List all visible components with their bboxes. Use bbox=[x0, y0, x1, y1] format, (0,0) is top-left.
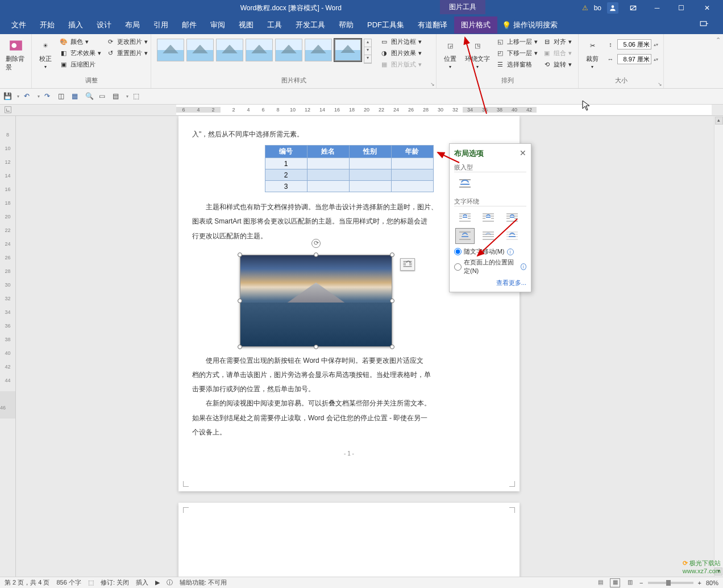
table-header[interactable]: 编号 bbox=[265, 146, 307, 158]
width-input[interactable] bbox=[617, 54, 651, 64]
rotate-handle[interactable]: ⟳ bbox=[311, 239, 321, 248]
document-table[interactable]: 编号姓名性别年龄 1 2 3 bbox=[265, 145, 434, 192]
radio-input[interactable] bbox=[454, 248, 462, 255]
table-cell[interactable]: 1 bbox=[265, 158, 307, 169]
redo-icon[interactable]: ↷ bbox=[44, 92, 53, 101]
table-cell[interactable] bbox=[349, 169, 391, 181]
group-button[interactable]: ▣组合 ▾ bbox=[541, 48, 573, 58]
tab-design[interactable]: 设计 bbox=[90, 16, 118, 34]
wrap-inline-option[interactable] bbox=[455, 176, 475, 192]
corrections-button[interactable]: ☀ 校正 ▾ bbox=[35, 36, 56, 71]
bring-forward-button[interactable]: ◱上移一层 ▾ bbox=[495, 36, 539, 47]
tab-tools[interactable]: 工具 bbox=[260, 16, 289, 34]
word-count[interactable]: 856 个字 bbox=[56, 578, 81, 587]
selected-image[interactable]: ⟳ bbox=[240, 255, 392, 347]
table-cell[interactable] bbox=[349, 181, 391, 192]
maximize-button[interactable]: ☐ bbox=[672, 0, 690, 16]
change-picture-button[interactable]: ⟳更改图片 ▾ bbox=[105, 36, 149, 47]
insert-mode[interactable]: 插入 bbox=[136, 578, 148, 587]
wrap-tight-option[interactable] bbox=[479, 210, 498, 226]
wrap-text-button[interactable]: ◳环绕文字▾ bbox=[463, 36, 492, 71]
height-field[interactable]: ↕▴▾ bbox=[605, 39, 659, 50]
dialog-launcher-icon[interactable]: ↘ bbox=[430, 81, 435, 87]
resize-handle[interactable] bbox=[238, 345, 242, 349]
accessibility-status[interactable]: 辅助功能: 不可用 bbox=[180, 578, 227, 587]
wrap-through-option[interactable] bbox=[502, 210, 522, 226]
fix-on-page-radio[interactable]: 在页面上的位置固定(N) i bbox=[454, 258, 526, 275]
tab-selector[interactable]: ∟ bbox=[5, 106, 11, 113]
reset-picture-button[interactable]: ↺重置图片 ▾ bbox=[105, 48, 149, 58]
save-icon[interactable]: 💾 bbox=[3, 92, 13, 101]
table-cell[interactable]: 3 bbox=[265, 181, 307, 192]
body-text[interactable]: 如果在达到结尾处之前需要停止读取，Word 会记住您的停止位置 - 即使在另一 bbox=[192, 411, 506, 425]
resize-handle[interactable] bbox=[390, 252, 394, 257]
picture-border-button[interactable]: ▭图片边框 ▾ bbox=[379, 36, 423, 47]
crop-button[interactable]: ✂裁剪▾ bbox=[582, 36, 602, 71]
view-print-layout-icon[interactable]: ▦ bbox=[610, 578, 620, 587]
table-cell[interactable]: 2 bbox=[265, 169, 307, 181]
table-cell[interactable] bbox=[307, 181, 349, 192]
artistic-effects-button[interactable]: ◧艺术效果 ▾ bbox=[58, 48, 102, 58]
picture-style-thumb[interactable] bbox=[305, 39, 332, 61]
table-cell[interactable] bbox=[391, 181, 433, 192]
body-text[interactable]: 入"，然后从不同库中选择所需元素。 bbox=[192, 127, 506, 142]
zoom-slider[interactable] bbox=[648, 582, 693, 584]
table-header[interactable]: 年龄 bbox=[391, 146, 433, 158]
layout-options-button[interactable] bbox=[400, 258, 415, 271]
resize-handle[interactable] bbox=[390, 345, 394, 349]
tab-youdao[interactable]: 有道翻译 bbox=[411, 16, 454, 34]
zoom-level[interactable]: 80% bbox=[706, 579, 718, 586]
align-button[interactable]: ⊟对齐 ▾ bbox=[541, 36, 573, 47]
selection-pane-button[interactable]: ☰选择窗格 bbox=[495, 59, 539, 69]
tab-mailings[interactable]: 邮件 bbox=[175, 16, 203, 34]
width-field[interactable]: ↔▴▾ bbox=[605, 53, 659, 65]
table-header[interactable]: 性别 bbox=[349, 146, 391, 158]
body-text[interactable]: 使用在需要位置出现的新按钮在 Word 中保存时间。若要更改图片适应文 bbox=[192, 354, 506, 368]
qat-icon[interactable]: ◫ bbox=[58, 92, 67, 101]
picture-style-thumb[interactable] bbox=[246, 39, 273, 61]
qat-icon[interactable]: ▭ bbox=[99, 92, 108, 101]
picture-style-thumb[interactable] bbox=[216, 39, 243, 61]
tab-developer[interactable]: 开发工具 bbox=[289, 16, 332, 34]
info-icon[interactable]: i bbox=[507, 249, 514, 255]
undo-icon[interactable]: ↶ bbox=[24, 92, 33, 101]
tab-picture-format[interactable]: 图片格式 bbox=[454, 16, 497, 34]
picture-style-thumb[interactable] bbox=[275, 39, 302, 61]
scroll-up-button[interactable]: ▴ bbox=[715, 117, 723, 125]
tab-help[interactable]: 帮助 bbox=[332, 16, 360, 34]
language-icon[interactable]: ⬚ bbox=[88, 579, 94, 586]
position-button[interactable]: ◲位置▾ bbox=[440, 36, 460, 71]
wrap-square-option[interactable] bbox=[455, 210, 475, 226]
resize-handle[interactable] bbox=[314, 345, 318, 349]
share-button[interactable] bbox=[699, 19, 718, 31]
compress-pictures-button[interactable]: ▣压缩图片 bbox=[58, 59, 102, 69]
tab-pdf[interactable]: PDF工具集 bbox=[360, 16, 411, 34]
picture-styles-gallery[interactable]: ▴▾▾ bbox=[155, 36, 374, 66]
qat-icon[interactable]: ▤ bbox=[113, 92, 122, 101]
ribbon-display-options-icon[interactable] bbox=[624, 0, 642, 16]
dialog-launcher-icon[interactable]: ↘ bbox=[658, 81, 662, 87]
color-button[interactable]: 🎨颜色 ▾ bbox=[58, 36, 102, 47]
view-web-layout-icon[interactable]: ▥ bbox=[625, 578, 635, 587]
table-cell[interactable] bbox=[391, 169, 433, 181]
vertical-ruler[interactable]: 8 10 12 14 16 18 20 22 24 26 28 30 32 34… bbox=[0, 116, 16, 577]
tab-view[interactable]: 视图 bbox=[232, 16, 260, 34]
picture-style-thumb[interactable] bbox=[186, 39, 214, 61]
wrap-front-option[interactable] bbox=[502, 228, 522, 244]
wrap-top-bottom-option[interactable] bbox=[455, 228, 475, 244]
zoom-in-button[interactable]: + bbox=[698, 579, 701, 586]
tab-insert[interactable]: 插入 bbox=[61, 16, 90, 34]
user-name[interactable]: bo bbox=[594, 4, 601, 12]
rotate-button[interactable]: ⟲旋转 ▾ bbox=[541, 59, 573, 69]
resize-handle[interactable] bbox=[390, 299, 394, 303]
track-changes-status[interactable]: 修订: 关闭 bbox=[101, 578, 129, 587]
view-read-mode-icon[interactable]: ▤ bbox=[595, 578, 605, 587]
popup-close-button[interactable]: ✕ bbox=[520, 148, 526, 158]
picture-layout-button[interactable]: ▦图片版式 ▾ bbox=[379, 59, 423, 69]
resize-handle[interactable] bbox=[238, 299, 242, 303]
radio-input[interactable] bbox=[454, 263, 462, 271]
wrap-behind-option[interactable] bbox=[479, 228, 498, 244]
gallery-scroll[interactable]: ▴▾▾ bbox=[364, 39, 372, 64]
remove-background-button[interactable]: 删除背景 bbox=[3, 36, 28, 73]
resize-handle[interactable] bbox=[238, 252, 242, 257]
